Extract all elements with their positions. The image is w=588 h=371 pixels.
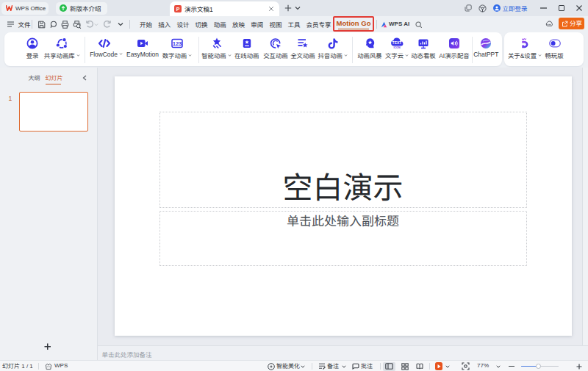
svg-text:123: 123 — [173, 40, 182, 46]
svg-text:ICON: ICON — [393, 46, 400, 49]
svg-text:P: P — [176, 7, 180, 12]
svg-text:TEXT: TEXT — [392, 40, 401, 45]
